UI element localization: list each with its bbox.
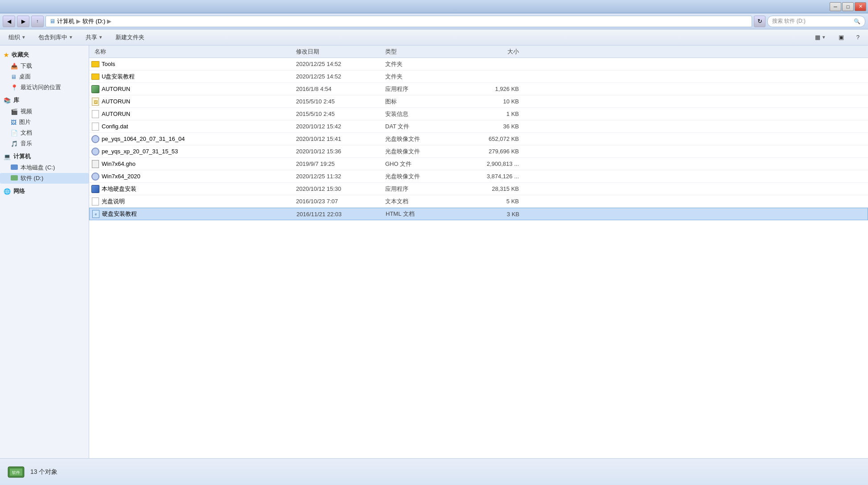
svg-text:软件: 软件 [12,470,20,475]
recent-icon: 📍 [11,84,18,91]
view-button[interactable]: ▦ ▼ [810,31,831,44]
file-icon [91,173,100,181]
file-icon [91,160,100,168]
include-lib-button[interactable]: 包含到库中 ▼ [33,31,78,44]
table-row[interactable]: Win7x64.gho 2019/9/7 19:25 GHO 文件 2,900,… [89,158,868,170]
image-icon: 🖼 [11,119,16,126]
network-icon: 🌐 [4,188,11,195]
back-button[interactable]: ◀ [3,16,15,27]
file-date: 2020/10/12 15:41 [296,136,385,142]
table-row[interactable]: pe_yqs_xp_20_07_31_15_53 2020/10/12 15:3… [89,145,868,158]
sidebar-item-drive-c[interactable]: 本地磁盘 (C:) [0,162,89,173]
breadcrumb-computer[interactable]: 计算机 [57,17,74,25]
breadcrumb[interactable]: 🖥 计算机 ▶ 软件 (D:) ▶ [45,16,752,27]
table-row[interactable]: AUTORUN 2015/5/10 2:45 安装信息 1 KB [89,108,868,120]
sidebar-item-drive-d[interactable]: 软件 (D:) [0,173,89,184]
sidebar-item-documents[interactable]: 📄 文档 [0,127,89,138]
file-icon [91,123,100,131]
file-size: 652,072 KB [457,136,528,142]
file-date: 2015/5/10 2:45 [296,111,385,117]
table-row[interactable]: Config.dat 2020/10/12 15:42 DAT 文件 36 KB [89,120,868,133]
video-icon: 🎬 [11,108,18,115]
refresh-button[interactable]: ↻ [754,16,765,27]
column-headers: 名称 修改日期 类型 大小 [89,45,868,58]
breadcrumb-icon: 🖥 [49,18,55,25]
col-header-size[interactable]: 大小 [457,48,528,56]
table-row[interactable]: 本地硬盘安装 2020/10/12 15:30 应用程序 28,315 KB [89,183,868,195]
minimize-button[interactable]: ─ [830,2,841,11]
file-type: 光盘映像文件 [385,173,457,181]
close-button[interactable]: ✕ [855,2,866,11]
hdd-d-icon [11,175,18,182]
sidebar-item-images[interactable]: 🖼 图片 [0,117,89,127]
status-bar: 软件 13 个对象 [0,458,868,485]
file-date: 2020/10/12 15:42 [296,123,385,130]
file-size: 279,696 KB [457,148,528,155]
sidebar-item-desktop[interactable]: 🖥 桌面 [0,71,89,82]
up-button[interactable]: ↑ [31,16,44,27]
file-name: pe_yqs_xp_20_07_31_15_53 [100,148,296,155]
sidebar-item-download[interactable]: 📥 下载 [0,61,89,71]
file-type: 文件夹 [385,73,457,81]
status-count: 13 个对象 [30,468,58,476]
file-date: 2019/9/7 19:25 [296,160,385,167]
file-size: 3,874,126 ... [457,173,528,180]
file-date: 2020/10/12 15:30 [296,185,385,192]
file-area: 名称 修改日期 类型 大小 Tools 2020/12/25 14:52 文件夹… [89,45,868,458]
file-type: 应用程序 [385,185,457,193]
file-icon: e [91,210,100,218]
table-row[interactable]: e 硬盘安装教程 2016/11/21 22:03 HTML 文档 3 KB [89,208,868,220]
search-box[interactable]: 搜索 软件 (D:) 🔍 [767,16,865,27]
file-name: AUTORUN [100,111,296,117]
maximize-button[interactable]: □ [842,2,854,11]
forward-button[interactable]: ▶ [17,16,29,27]
file-name: U盘安装教程 [100,73,296,81]
file-type: 图标 [385,98,457,106]
sidebar-favorites-header[interactable]: ★ 收藏夹 [0,49,89,61]
file-list[interactable]: Tools 2020/12/25 14:52 文件夹 U盘安装教程 2020/1… [89,58,868,458]
new-folder-button[interactable]: 新建文件夹 [111,31,149,44]
sidebar-item-video[interactable]: 🎬 视频 [0,106,89,117]
file-name: AUTORUN [100,86,296,92]
file-icon [91,74,100,80]
file-icon [91,110,100,118]
table-row[interactable]: pe_yqs_1064_20_07_31_16_04 2020/10/12 15… [89,133,868,145]
table-row[interactable]: AUTORUN 2016/1/8 4:54 应用程序 1,926 KB [89,83,868,95]
help-button[interactable]: ? [852,31,864,44]
table-row[interactable]: U盘安装教程 2020/12/25 14:52 文件夹 [89,70,868,83]
view-icon: ▦ [815,34,820,41]
sidebar-network-header[interactable]: 🌐 网络 [0,185,89,197]
col-header-type[interactable]: 类型 [385,48,457,56]
file-icon [91,85,100,93]
preview-icon: ▣ [839,34,844,41]
favorites-icon: ★ [4,52,9,58]
sidebar-computer-header[interactable]: 💻 计算机 [0,151,89,162]
file-date: 2020/12/25 14:52 [296,61,385,67]
sidebar-item-music[interactable]: 🎵 音乐 [0,138,89,149]
music-icon: 🎵 [11,140,18,147]
table-row[interactable]: 🖼 AUTORUN 2015/5/10 2:45 图标 10 KB [89,95,868,108]
organize-button[interactable]: 组织 ▼ [4,31,31,44]
table-row[interactable]: Win7x64_2020 2020/12/25 11:32 光盘映像文件 3,8… [89,170,868,183]
file-type: 光盘映像文件 [385,148,457,156]
col-header-date[interactable]: 修改日期 [296,48,385,56]
file-name: Win7x64.gho [100,160,296,167]
preview-button[interactable]: ▣ [834,31,849,44]
file-date: 2015/5/10 2:45 [296,98,385,105]
computer-icon: 💻 [4,153,11,160]
table-row[interactable]: 光盘说明 2016/10/23 7:07 文本文档 5 KB [89,195,868,208]
breadcrumb-drive[interactable]: 软件 (D:) [82,17,105,25]
file-icon [91,197,100,206]
hdd-c-icon [11,164,18,171]
file-name: 硬盘安装教程 [100,210,296,218]
file-size: 1,926 KB [457,86,528,92]
view-dropdown-icon: ▼ [822,35,826,40]
file-date: 2016/11/21 22:03 [296,211,386,218]
share-dropdown-icon: ▼ [99,35,103,40]
sidebar-item-recent[interactable]: 📍 最近访问的位置 [0,82,89,93]
sidebar-library-header[interactable]: 📚 库 [0,95,89,106]
share-button[interactable]: 共享 ▼ [81,31,108,44]
file-size: 3 KB [457,211,528,218]
col-header-name[interactable]: 名称 [91,48,296,56]
table-row[interactable]: Tools 2020/12/25 14:52 文件夹 [89,58,868,70]
